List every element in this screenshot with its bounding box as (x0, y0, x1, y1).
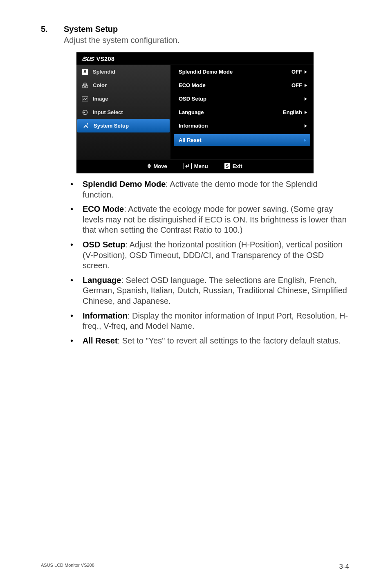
osd-panel: /SUS VS208 S Splendid Color (76, 52, 314, 173)
chevron-right-icon (305, 97, 307, 101)
setting-label: All Reset (179, 137, 202, 143)
section-number: 5. (41, 25, 64, 34)
hint-move: Move (148, 163, 167, 169)
brand-logo: /SUS (81, 56, 94, 62)
osd-footer: Move ↵ Menu S Exit (76, 159, 314, 173)
list-item: Information: Display the monitor informa… (64, 311, 349, 332)
setting-label: OSD Setup (179, 96, 206, 102)
bullet-list: Splendid Demo Mode: Activate the demo mo… (64, 179, 349, 346)
list-item: Splendid Demo Mode: Activate the demo mo… (64, 179, 349, 200)
sidebar-item-label: System Setup (94, 123, 129, 129)
list-item: Language: Select OSD language. The selec… (64, 275, 349, 307)
section-title: System Setup (64, 25, 118, 34)
setting-row-all-reset[interactable]: All Reset (174, 134, 310, 146)
list-item: ECO Mode: Activate the ecology mode for … (64, 204, 349, 236)
setting-value: OFF (291, 69, 302, 75)
chevron-right-icon (305, 84, 307, 87)
chevron-right-icon (305, 70, 307, 74)
page-footer: ASUS LCD Monitor VS208 3-4 (41, 560, 349, 571)
chevron-right-icon (304, 139, 306, 142)
setting-label: Language (179, 109, 204, 115)
sidebar-item-label: Image (93, 96, 108, 102)
updown-icon (148, 164, 151, 168)
sidebar-item-label: Color (93, 82, 107, 88)
setting-row-eco-mode[interactable]: ECO Mode OFF (170, 79, 314, 92)
s-badge-icon: S (224, 163, 230, 169)
chevron-right-icon (305, 111, 307, 114)
list-item: OSD Setup: Adjust the horizontal postiti… (64, 240, 349, 271)
palette-icon (81, 83, 89, 88)
osd-model: VS208 (96, 56, 115, 62)
image-icon (81, 96, 89, 102)
footer-left: ASUS LCD Monitor VS208 (41, 563, 94, 571)
tools-icon (82, 123, 90, 129)
section-subtitle: Adjust the system configuration. (64, 36, 349, 45)
sidebar-item-input-select[interactable]: Input Select (76, 105, 170, 119)
sidebar-item-label: Splendid (93, 69, 115, 75)
setting-label: Information (179, 123, 208, 129)
enter-icon: ↵ (184, 163, 192, 169)
sidebar-item-system-setup[interactable]: System Setup (77, 119, 170, 132)
sidebar-item-label: Input Select (93, 109, 123, 115)
setting-value: English (283, 109, 302, 115)
list-item: All Reset: Set to "Yes" to revert all se… (64, 336, 349, 346)
hint-exit: S Exit (224, 163, 242, 169)
setting-row-osd-setup[interactable]: OSD Setup (170, 92, 314, 105)
input-icon (81, 110, 89, 115)
setting-label: ECO Mode (179, 82, 206, 88)
sidebar-item-splendid[interactable]: S Splendid (76, 65, 170, 79)
osd-header: /SUS VS208 (76, 52, 314, 65)
osd-sidebar: S Splendid Color Image (76, 65, 170, 159)
chevron-right-icon (305, 124, 307, 128)
osd-settings-pane: Splendid Demo Mode OFF ECO Mode OFF OSD … (170, 65, 314, 159)
setting-label: Splendid Demo Mode (179, 69, 233, 75)
setting-row-language[interactable]: Language English (170, 105, 314, 119)
page-number: 3-4 (339, 563, 349, 571)
setting-row-splendid-demo[interactable]: Splendid Demo Mode OFF (170, 65, 314, 79)
sidebar-item-color[interactable]: Color (76, 79, 170, 92)
s-badge-icon: S (81, 69, 89, 75)
setting-row-information[interactable]: Information (170, 119, 314, 132)
hint-menu: ↵ Menu (184, 163, 208, 169)
setting-value: OFF (291, 82, 302, 88)
sidebar-item-image[interactable]: Image (76, 92, 170, 105)
